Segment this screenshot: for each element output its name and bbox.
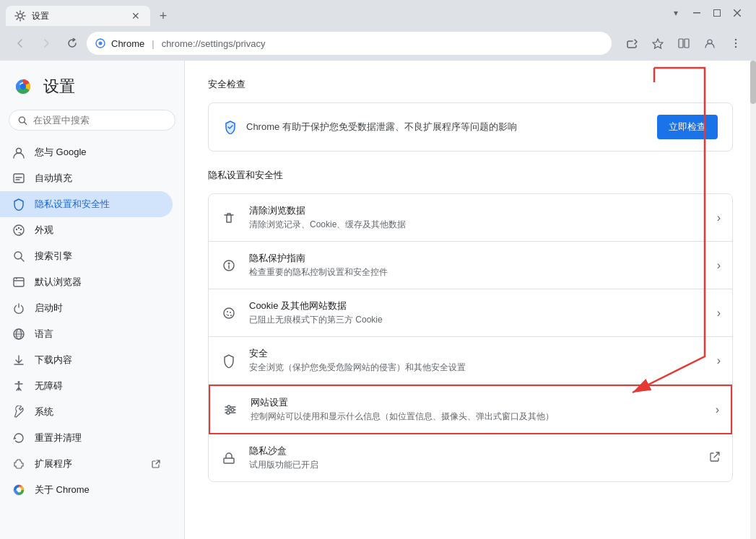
- power-icon: [12, 301, 26, 315]
- scrollbar-track[interactable]: [750, 61, 756, 539]
- search-input[interactable]: [33, 115, 166, 126]
- reset-icon: [12, 431, 26, 445]
- sidebar-item-system[interactable]: 系统: [0, 399, 173, 425]
- sidebar-item-google[interactable]: 您与 Google: [0, 139, 173, 165]
- url-separator: |: [152, 38, 154, 49]
- security-title: 安全: [249, 347, 705, 360]
- arrow-icon-3: ›: [717, 354, 721, 367]
- new-tab-button[interactable]: +: [153, 6, 173, 26]
- close-button[interactable]: [730, 7, 744, 19]
- privacy-sandbox-item[interactable]: 隐私沙盒 试用版功能已开启: [209, 434, 732, 481]
- svg-rect-58: [224, 458, 234, 463]
- svg-rect-9: [685, 39, 689, 48]
- cookies-item[interactable]: Cookie 及其他网站数据 已阻止无痕模式下的第三方 Cookie ›: [209, 289, 732, 337]
- svg-point-17: [20, 84, 26, 89]
- svg-point-39: [18, 381, 20, 383]
- scrollbar-thumb[interactable]: [750, 61, 756, 104]
- svg-point-44: [228, 262, 230, 264]
- privacy-guide-title: 隐私保护指南: [249, 252, 705, 265]
- safety-check-desc: Chrome 有助于保护您免受数据泄露、不良扩展程序等问题的影响: [246, 120, 648, 133]
- sidebar-item-autofill[interactable]: 自动填充: [0, 165, 173, 191]
- bookmark-share-icon[interactable]: [620, 32, 643, 55]
- sidebar-item-about[interactable]: 关于 Chrome: [0, 477, 173, 503]
- safety-check-button[interactable]: 立即检查: [657, 115, 718, 139]
- toolbar-icons: [620, 32, 747, 55]
- svg-point-50: [230, 315, 232, 316]
- security-icon: [220, 352, 238, 369]
- svg-point-12: [735, 43, 737, 44]
- sidebar-item-search[interactable]: 搜索引擎: [0, 243, 173, 269]
- content-inner: 安全检查 Chrome 有助于保护您免受数据泄露、不良扩展程序等问题的影响 立即…: [185, 61, 756, 499]
- privacy-sandbox-content: 隐私沙盒 试用版功能已开启: [249, 444, 698, 471]
- maximize-button[interactable]: [710, 7, 724, 19]
- sidebar-item-extensions[interactable]: 扩展程序: [0, 451, 173, 477]
- cookie-icon: [220, 304, 238, 322]
- sandbox-icon: [220, 450, 238, 467]
- sidebar-item-label: 语言: [35, 328, 53, 341]
- privacy-guide-desc: 检查重要的隐私控制设置和安全控件: [249, 266, 705, 279]
- wrench-icon: [12, 405, 26, 419]
- sidebar-item-language[interactable]: 语言: [0, 321, 173, 347]
- sidebar-item-label: 自动填充: [35, 172, 72, 185]
- sidebar-item-label: 无障碍: [35, 380, 63, 393]
- refresh-button[interactable]: [61, 32, 84, 55]
- sidebar-item-startup[interactable]: 启动时: [0, 295, 173, 321]
- titlebar: 设置 ✕ + ▾: [0, 0, 756, 26]
- tab-menu-icon[interactable]: ▾: [674, 8, 678, 18]
- url-bar[interactable]: Chrome | chrome://settings/privacy: [87, 32, 612, 55]
- tab-title: 设置: [32, 10, 124, 22]
- sidebar-item-browser[interactable]: 默认浏览器: [0, 269, 173, 295]
- svg-point-42: [17, 488, 21, 492]
- sidebar-item-privacy[interactable]: 隐私设置和安全性: [0, 191, 173, 217]
- arrow-icon-1: ›: [717, 259, 721, 272]
- sidebar-item-label: 启动时: [35, 302, 63, 315]
- clear-browsing-item[interactable]: 清除浏览数据 清除浏览记录、Cookie、缓存及其他数据 ›: [209, 194, 732, 242]
- chrome-nav-icon: [12, 483, 26, 497]
- back-button[interactable]: [9, 32, 32, 55]
- svg-point-24: [14, 225, 24, 235]
- svg-rect-21: [14, 174, 24, 183]
- sidebar-item-accessibility[interactable]: 无障碍: [0, 373, 173, 399]
- menu-icon[interactable]: [724, 32, 747, 55]
- tab-close-button[interactable]: ✕: [130, 10, 142, 22]
- svg-line-29: [21, 258, 24, 261]
- forward-button[interactable]: [35, 32, 58, 55]
- arrow-icon-2: ›: [717, 307, 721, 320]
- svg-point-51: [226, 314, 227, 315]
- main-layout: 设置 您与 Google 自动填充 隐私设置和安全性: [0, 61, 756, 539]
- sidebar-item-label: 搜索引擎: [35, 250, 72, 263]
- bookmark-star-icon[interactable]: [646, 32, 669, 55]
- security-content: 安全 安全浏览（保护您免受危险网站的侵害）和其他安全设置: [249, 347, 705, 374]
- svg-point-27: [20, 229, 22, 230]
- sidebar-item-label: 您与 Google: [35, 146, 87, 159]
- svg-point-0: [18, 14, 22, 18]
- privacy-guide-icon: [220, 257, 238, 274]
- privacy-guide-content: 隐私保护指南 检查重要的隐私控制设置和安全控件: [249, 252, 705, 279]
- sidebar-item-label: 默认浏览器: [35, 276, 82, 289]
- sidebar-item-label: 重置并清理: [35, 431, 82, 444]
- tab-strip: 设置 ✕ +: [6, 0, 674, 26]
- external-link-icon: [151, 459, 161, 469]
- sidebar-item-label: 扩展程序: [35, 457, 72, 470]
- svg-point-28: [14, 252, 22, 259]
- sidebar-item-appearance[interactable]: 外观: [0, 217, 173, 243]
- svg-rect-2: [714, 10, 721, 17]
- svg-point-57: [227, 411, 230, 414]
- sidebar-item-downloads[interactable]: 下载内容: [0, 347, 173, 373]
- privacy-guide-item[interactable]: 隐私保护指南 检查重要的隐私控制设置和安全控件 ›: [209, 242, 732, 289]
- svg-point-47: [227, 311, 228, 312]
- reader-mode-icon[interactable]: [672, 32, 695, 55]
- svg-point-25: [16, 229, 17, 230]
- site-settings-item[interactable]: 网站设置 控制网站可以使用和显示什么信息（如位置信息、摄像头、弹出式窗口及其他）…: [209, 385, 732, 434]
- profile-icon[interactable]: [698, 32, 721, 55]
- svg-point-55: [227, 406, 230, 408]
- site-settings-content: 网站设置 控制网站可以使用和显示什么信息（如位置信息、摄像头、弹出式窗口及其他）: [251, 396, 704, 423]
- clear-browsing-title: 清除浏览数据: [249, 204, 705, 217]
- svg-point-48: [230, 312, 231, 313]
- minimize-button[interactable]: [690, 7, 704, 19]
- privacy-sandbox-title: 隐私沙盒: [249, 444, 698, 457]
- active-tab[interactable]: 设置 ✕: [6, 6, 150, 26]
- settings-heading: 设置: [43, 76, 75, 97]
- sidebar-item-reset[interactable]: 重置并清理: [0, 425, 173, 451]
- security-item[interactable]: 安全 安全浏览（保护您免受危险网站的侵害）和其他安全设置 ›: [209, 337, 732, 385]
